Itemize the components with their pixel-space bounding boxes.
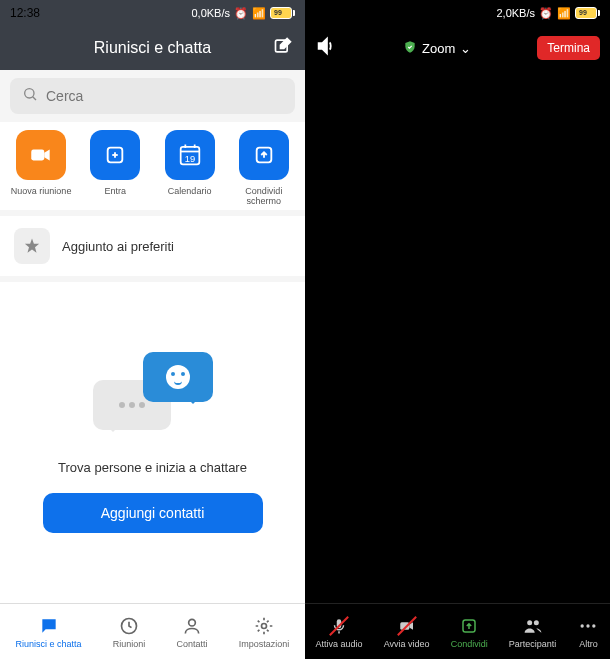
alarm-icon: ⏰ — [234, 7, 248, 20]
chevron-down-icon: ⌄ — [460, 41, 471, 56]
more-icon — [577, 615, 599, 637]
mic-off-icon — [328, 615, 350, 637]
tab-settings[interactable]: Impostazioni — [239, 615, 290, 649]
calendar-icon: 19 — [176, 141, 204, 169]
search-container — [0, 70, 305, 122]
share-button[interactable]: Condividi — [451, 615, 488, 649]
svg-point-15 — [262, 623, 267, 628]
search-input[interactable] — [46, 88, 283, 104]
header-title: Riunisci e chatta — [94, 39, 211, 57]
status-bar: 12:47 2,0KB/s ⏰ 📶 99 — [305, 0, 610, 26]
svg-rect-17 — [400, 622, 409, 630]
unmute-button[interactable]: Attiva audio — [316, 615, 363, 649]
favorites-row[interactable]: Aggiunto ai preferiti — [0, 216, 305, 276]
svg-point-23 — [593, 624, 596, 627]
signal-icon: 📶 — [252, 7, 266, 20]
bottom-nav: Riunisci e chatta Riunioni Contatti Impo… — [0, 603, 305, 659]
calendar-button[interactable]: 19 Calendario — [155, 130, 225, 206]
video-icon — [28, 142, 54, 168]
tab-meetings[interactable]: Riunioni — [113, 615, 146, 649]
participants-button[interactable]: Partecipanti — [509, 615, 557, 649]
meeting-top-bar: Zoom ⌄ Termina — [305, 26, 610, 70]
right-screenshot: 12:47 2,0KB/s ⏰ 📶 99 Zoom ⌄ Termina Atti… — [305, 0, 610, 659]
end-meeting-button[interactable]: Termina — [537, 36, 600, 60]
alarm-icon: ⏰ — [539, 7, 553, 20]
favorites-label: Aggiunto ai preferiti — [62, 239, 174, 254]
clock: 12:38 — [10, 6, 40, 20]
shield-check-icon — [403, 40, 417, 57]
person-icon — [181, 615, 203, 637]
signal-icon: 📶 — [557, 7, 571, 20]
svg-rect-3 — [31, 150, 44, 161]
compose-icon[interactable] — [273, 36, 293, 60]
battery-indicator: 99 — [270, 7, 295, 19]
svg-point-20 — [533, 620, 538, 625]
meeting-bottom-nav: Attiva audio Avvia video Condividi Parte… — [305, 603, 610, 659]
svg-text:19: 19 — [184, 154, 194, 164]
meeting-video-area[interactable] — [305, 70, 610, 603]
svg-line-2 — [33, 97, 36, 100]
search-box[interactable] — [10, 78, 295, 114]
share-screen-button[interactable]: Condividi schermo — [229, 130, 299, 206]
chat-illustration — [93, 352, 213, 442]
status-bar: 12:38 0,0KB/s ⏰ 📶 99 — [0, 0, 305, 26]
battery-indicator: 99 — [575, 7, 600, 19]
more-button[interactable]: Altro — [577, 615, 599, 649]
empty-state: Trova persone e inizia a chattare Aggiun… — [0, 282, 305, 603]
star-icon — [14, 228, 50, 264]
meeting-title[interactable]: Zoom ⌄ — [403, 40, 471, 57]
speaker-icon[interactable] — [315, 35, 337, 61]
plus-icon — [104, 144, 126, 166]
svg-point-19 — [527, 620, 532, 625]
share-up-icon — [458, 615, 480, 637]
status-indicators: 2,0KB/s ⏰ 📶 99 — [496, 7, 600, 20]
search-icon — [22, 86, 38, 106]
new-meeting-button[interactable]: Nuova riunione — [6, 130, 76, 206]
upload-icon — [253, 144, 275, 166]
left-screenshot: 12:38 0,0KB/s ⏰ 📶 99 Riunisci e chatta N… — [0, 0, 305, 659]
start-video-button[interactable]: Avvia video — [384, 615, 430, 649]
clock-icon — [118, 615, 140, 637]
svg-point-14 — [189, 619, 196, 626]
add-contacts-button[interactable]: Aggiungi contatti — [43, 493, 263, 533]
svg-point-22 — [587, 624, 590, 627]
people-icon — [522, 615, 544, 637]
svg-point-1 — [25, 89, 34, 98]
empty-text: Trova persone e inizia a chattare — [58, 460, 247, 475]
app-header: Riunisci e chatta — [0, 26, 305, 70]
status-indicators: 0,0KB/s ⏰ 📶 99 — [191, 7, 295, 20]
svg-point-21 — [581, 624, 584, 627]
quick-actions: Nuova riunione Entra 19 Calendario Condi… — [0, 122, 305, 210]
video-off-icon — [396, 615, 418, 637]
svg-rect-16 — [337, 619, 342, 628]
gear-icon — [253, 615, 275, 637]
join-button[interactable]: Entra — [80, 130, 150, 206]
tab-contacts[interactable]: Contatti — [177, 615, 208, 649]
chat-bubble-icon — [38, 615, 60, 637]
tab-chat[interactable]: Riunisci e chatta — [16, 615, 82, 649]
clock: 12:47 — [315, 6, 345, 20]
